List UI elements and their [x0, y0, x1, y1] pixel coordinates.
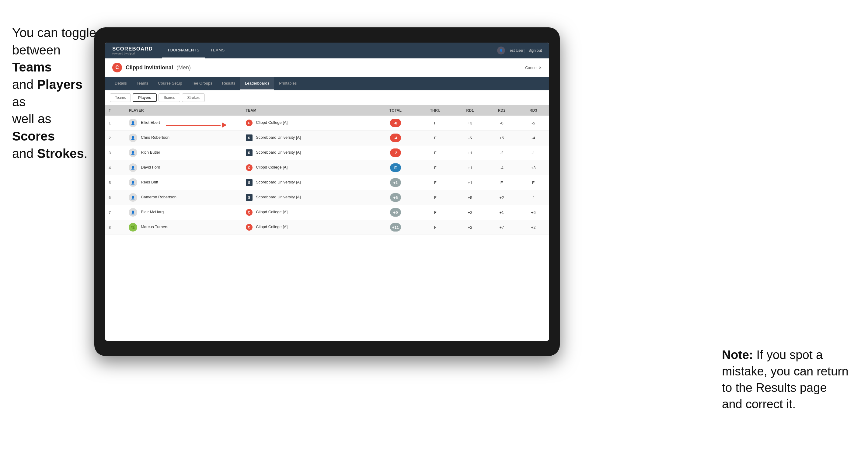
- cell-rd3: +2: [518, 220, 549, 235]
- tournament-name: Clippd Invitational (Men): [126, 64, 191, 71]
- cell-rank: 2: [105, 130, 125, 146]
- nav-link-tournaments[interactable]: TOURNAMENTS: [162, 42, 205, 58]
- cell-thru: F: [416, 130, 454, 146]
- table-row[interactable]: 8 🌿 Marcus Turners C Clippd College [A] …: [105, 220, 549, 235]
- table-row[interactable]: 1 👤 Elliot Ebert C Clippd College [A] -8…: [105, 116, 549, 130]
- table-row[interactable]: 4 👤 David Ford C Clippd College [A] E F …: [105, 160, 549, 175]
- cell-rd2: +1: [486, 205, 518, 220]
- tab-teams[interactable]: Teams: [132, 77, 153, 90]
- score-badge: -8: [390, 119, 401, 127]
- cell-rd1: -5: [454, 130, 486, 146]
- cell-rd2: -4: [486, 160, 518, 175]
- table-row[interactable]: 7 👤 Blair McHarg C Clippd College [A] +9…: [105, 205, 549, 220]
- cell-rd1: +3: [454, 116, 486, 130]
- players-table: # PLAYER TEAM TOTAL THRU RD1 RD2 RD3 1 👤: [105, 105, 549, 235]
- cell-rd1: +5: [454, 190, 486, 205]
- toggle-scores-button[interactable]: Scores: [158, 93, 180, 102]
- cell-team: C Clippd College [A]: [242, 220, 375, 235]
- score-badge: -2: [390, 149, 401, 157]
- score-badge: E: [390, 163, 401, 172]
- cell-rd1: +1: [454, 146, 486, 160]
- cell-thru: F: [416, 146, 454, 160]
- nav-bar: SCOREBOARD Powered by clippd TOURNAMENTS…: [105, 42, 549, 58]
- cell-rd2: +5: [486, 130, 518, 146]
- cell-thru: F: [416, 160, 454, 175]
- cell-total: +1: [375, 175, 416, 190]
- col-team: TEAM: [242, 105, 375, 116]
- logo-sub: Powered by clippd: [112, 52, 153, 55]
- toggle-teams-button[interactable]: Teams: [110, 93, 131, 102]
- cell-player: 👤 David Ford: [125, 160, 242, 175]
- cell-player: 👤 Elliot Ebert: [125, 116, 242, 130]
- left-annotation: You can toggle between Teams and Players…: [12, 24, 97, 162]
- player-avatar: 🌿: [129, 223, 137, 231]
- tab-results[interactable]: Results: [217, 77, 240, 90]
- cell-rd3: -1: [518, 190, 549, 205]
- cell-thru: F: [416, 205, 454, 220]
- tab-details[interactable]: Details: [110, 77, 132, 90]
- cell-total: +6: [375, 190, 416, 205]
- cell-player: 🌿 Marcus Turners: [125, 220, 242, 235]
- cell-thru: F: [416, 190, 454, 205]
- cell-thru: F: [416, 220, 454, 235]
- toggle-strokes-button[interactable]: Strokes: [182, 93, 205, 102]
- tab-printables[interactable]: Printables: [274, 77, 302, 90]
- score-badge: +6: [390, 193, 401, 202]
- sub-nav: Details Teams Course Setup Tee Groups Re…: [105, 77, 549, 90]
- score-badge: -4: [390, 133, 401, 142]
- nav-links: TOURNAMENTS TEAMS: [162, 42, 497, 58]
- toggle-row: Teams Players Scores Strokes: [105, 90, 549, 105]
- cell-rd2: +7: [486, 220, 518, 235]
- sign-out-link[interactable]: Sign out: [528, 49, 542, 53]
- user-label: Test User |: [508, 49, 525, 53]
- table-row[interactable]: 3 👤 Rich Butler S Scoreboard University …: [105, 146, 549, 160]
- player-avatar: 👤: [129, 149, 137, 157]
- table-row[interactable]: 5 👤 Rees Britt S Scoreboard University […: [105, 175, 549, 190]
- cell-rd2: -2: [486, 146, 518, 160]
- col-rd1: RD1: [454, 105, 486, 116]
- tab-course-setup[interactable]: Course Setup: [153, 77, 187, 90]
- cell-total: -4: [375, 130, 416, 146]
- cell-thru: F: [416, 116, 454, 130]
- cell-team: C Clippd College [A]: [242, 160, 375, 175]
- leaderboard-table: # PLAYER TEAM TOTAL THRU RD1 RD2 RD3 1 👤: [105, 105, 549, 341]
- cell-rd1: +2: [454, 205, 486, 220]
- cell-rank: 7: [105, 205, 125, 220]
- cell-rd3: E: [518, 175, 549, 190]
- cell-team: S Scoreboard University [A]: [242, 130, 375, 146]
- cancel-button[interactable]: Cancel ✕: [525, 65, 542, 70]
- team-logo: C: [246, 164, 252, 171]
- tournament-title-row: C Clippd Invitational (Men): [112, 63, 191, 72]
- cell-total: +11: [375, 220, 416, 235]
- cell-rank: 4: [105, 160, 125, 175]
- cell-player: 👤 Cameron Robertson: [125, 190, 242, 205]
- logo-area: SCOREBOARD Powered by clippd: [112, 46, 153, 55]
- table-row[interactable]: 2 👤 Chris Robertson S Scoreboard Univers…: [105, 130, 549, 146]
- cell-team: C Clippd College [A]: [242, 116, 375, 130]
- cell-team: S Scoreboard University [A]: [242, 175, 375, 190]
- table-row[interactable]: 6 👤 Cameron Robertson S Scoreboard Unive…: [105, 190, 549, 205]
- cell-rd3: +3: [518, 160, 549, 175]
- player-avatar: 👤: [129, 178, 137, 187]
- tournament-logo: C: [112, 63, 122, 72]
- toggle-players-button[interactable]: Players: [133, 93, 157, 102]
- cell-rank: 8: [105, 220, 125, 235]
- cell-rd1: +2: [454, 220, 486, 235]
- cell-total: E: [375, 160, 416, 175]
- tournament-header: C Clippd Invitational (Men) Cancel ✕: [105, 58, 549, 77]
- score-badge: +9: [390, 208, 401, 217]
- cell-rd3: -5: [518, 116, 549, 130]
- nav-right: 👤 Test User | Sign out: [497, 46, 542, 55]
- cell-player: 👤 Chris Robertson: [125, 130, 242, 146]
- nav-link-teams[interactable]: TEAMS: [205, 42, 230, 58]
- player-avatar: 👤: [129, 193, 137, 202]
- team-logo: S: [246, 149, 252, 156]
- col-player: PLAYER: [125, 105, 242, 116]
- team-logo: S: [246, 194, 252, 201]
- col-rd3: RD3: [518, 105, 549, 116]
- tab-tee-groups[interactable]: Tee Groups: [187, 77, 217, 90]
- tab-leaderboards[interactable]: Leaderboards: [240, 77, 274, 90]
- player-avatar: 👤: [129, 208, 137, 217]
- score-badge: +1: [390, 178, 401, 187]
- cell-rank: 5: [105, 175, 125, 190]
